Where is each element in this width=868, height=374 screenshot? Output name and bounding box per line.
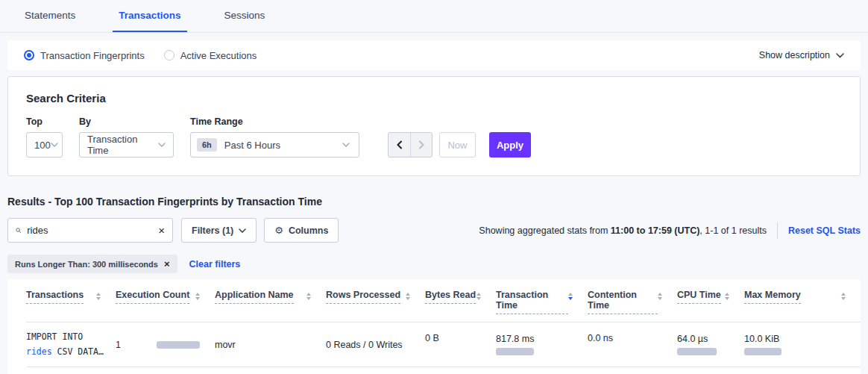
time-range-badge: 6h	[197, 138, 217, 152]
time-range-label: Time Range	[190, 116, 359, 127]
results-toolbar: × Filters (1) ⚙ Columns Showing aggregat…	[7, 218, 861, 243]
time-nav-group	[388, 132, 433, 158]
table-row: IMPORT INTO rides CSV DATA… 1 movr 0 Rea…	[26, 322, 861, 367]
time-range-field: Time Range 6h Past 6 Hours	[190, 116, 359, 158]
clear-filters-link[interactable]: Clear filters	[189, 259, 241, 269]
by-label: By	[79, 116, 174, 127]
execution-count-bar	[157, 341, 200, 349]
time-range-value: Past 6 Hours	[224, 140, 280, 151]
sort-icon	[477, 290, 481, 300]
top-label: Top	[26, 116, 63, 127]
sort-icon	[306, 290, 311, 300]
chevron-down-icon	[239, 228, 246, 233]
tab-statements[interactable]: Statements	[19, 1, 81, 32]
sort-icon	[406, 290, 410, 300]
stats-range: 11:00 to 17:59 (UTC)	[611, 225, 699, 236]
stats-summary: Showing aggregated stats from 11:00 to 1…	[479, 222, 861, 239]
bytes-read-cell: 0 B	[425, 322, 496, 343]
results-table: Transactions Execution Count Application…	[7, 279, 861, 374]
application-name-cell: movr	[215, 340, 326, 350]
column-header-execution-count[interactable]: Execution Count	[116, 290, 215, 322]
search-input[interactable]	[27, 225, 158, 236]
divider	[777, 222, 778, 239]
search-criteria-title: Search Criteria	[26, 92, 842, 105]
column-header-rows-processed[interactable]: Rows Processed	[326, 290, 425, 322]
time-range-select[interactable]: 6h Past 6 Hours	[190, 132, 359, 158]
radio-label: Active Executions	[180, 50, 257, 61]
by-field: By Transaction Time	[79, 116, 174, 158]
max-memory-cell: 10.0 KiB	[744, 334, 861, 355]
search-criteria-card: Search Criteria Top 100 By Transaction T…	[7, 76, 861, 176]
execution-count-cell: 1	[116, 340, 215, 350]
chevron-down-icon	[158, 143, 166, 147]
by-select-value: Transaction Time	[87, 134, 158, 156]
stats-suffix: , 1-1 of 1 results	[699, 225, 767, 236]
columns-label: Columns	[289, 225, 328, 236]
now-button[interactable]: Now	[439, 132, 476, 158]
radio-label: Transaction Fingerprints	[40, 50, 145, 61]
sort-icon	[725, 290, 729, 300]
search-clear-icon[interactable]: ×	[158, 225, 165, 236]
show-description-label: Show description	[759, 50, 830, 60]
filter-chip-label: Runs Longer Than: 300 milliseconds	[15, 260, 158, 269]
filters-label: Filters (1)	[192, 225, 233, 236]
top-select[interactable]: 100	[26, 132, 63, 158]
column-header-transactions[interactable]: Transactions	[26, 290, 116, 322]
chevron-right-icon	[418, 140, 425, 149]
sort-icon-active-desc	[568, 290, 573, 300]
chevron-down-icon	[836, 53, 844, 58]
by-select[interactable]: Transaction Time	[79, 132, 174, 158]
radio-unselected-icon	[164, 50, 174, 60]
column-header-cpu-time[interactable]: CPU Time	[677, 290, 744, 322]
rows-processed-cell: 0 Reads / 0 Writes	[326, 340, 425, 350]
filter-chip: Runs Longer Than: 300 milliseconds ×	[7, 255, 177, 273]
sort-icon	[841, 290, 846, 300]
top-tabbar: Statements Transactions Sessions	[0, 0, 868, 33]
top-select-value: 100	[34, 140, 51, 151]
cpu-time-cell: 64.0 µs	[677, 334, 744, 355]
time-next-button[interactable]	[410, 133, 432, 157]
transaction-time-bar	[496, 348, 534, 355]
chevron-left-icon	[396, 140, 403, 149]
filter-chip-remove-icon[interactable]: ×	[164, 259, 170, 269]
tab-transactions[interactable]: Transactions	[113, 1, 186, 32]
time-prev-button[interactable]	[389, 133, 410, 157]
search-icon	[16, 225, 21, 235]
search-match-highlight: rides	[26, 346, 52, 357]
view-toggle-strip: Transaction Fingerprints Active Executio…	[7, 40, 861, 70]
column-header-contention-time[interactable]: Contention Time	[588, 290, 677, 322]
top-field: Top 100	[26, 116, 63, 158]
radio-active-executions[interactable]: Active Executions	[164, 50, 257, 61]
filters-button[interactable]: Filters (1)	[181, 218, 257, 243]
column-header-max-memory[interactable]: Max Memory	[744, 290, 861, 322]
columns-button[interactable]: ⚙ Columns	[264, 218, 339, 243]
column-header-application-name[interactable]: Application Name	[215, 290, 326, 322]
max-memory-bar	[744, 348, 781, 355]
contention-time-cell: 0.0 ns	[588, 322, 677, 343]
cpu-time-bar	[677, 348, 717, 355]
transaction-fingerprint-link[interactable]: IMPORT INTO rides CSV DATA…	[26, 330, 116, 359]
show-description-toggle[interactable]: Show description	[759, 50, 844, 60]
apply-button[interactable]: Apply	[489, 132, 531, 158]
column-header-bytes-read[interactable]: Bytes Read	[425, 290, 496, 322]
sort-icon	[195, 290, 200, 300]
chevron-down-icon	[51, 143, 58, 147]
results-heading: Results - Top 100 Transaction Fingerprin…	[7, 196, 861, 208]
stats-prefix: Showing aggregated stats from	[479, 225, 611, 236]
search-box: ×	[7, 218, 173, 243]
tab-sessions[interactable]: Sessions	[218, 1, 271, 32]
active-filters-row: Runs Longer Than: 300 milliseconds × Cle…	[7, 255, 861, 273]
sort-icon	[658, 290, 662, 300]
radio-transaction-fingerprints[interactable]: Transaction Fingerprints	[24, 50, 145, 61]
reset-sql-stats-link[interactable]: Reset SQL Stats	[788, 225, 861, 236]
column-header-transaction-time[interactable]: Transaction Time	[496, 290, 588, 322]
table-header-row: Transactions Execution Count Application…	[26, 290, 861, 322]
radio-selected-icon	[24, 50, 34, 60]
transaction-time-cell: 817.8 ms	[496, 334, 588, 355]
gear-icon: ⚙	[274, 225, 283, 236]
sort-icon	[96, 290, 101, 300]
chevron-down-icon	[342, 143, 350, 147]
